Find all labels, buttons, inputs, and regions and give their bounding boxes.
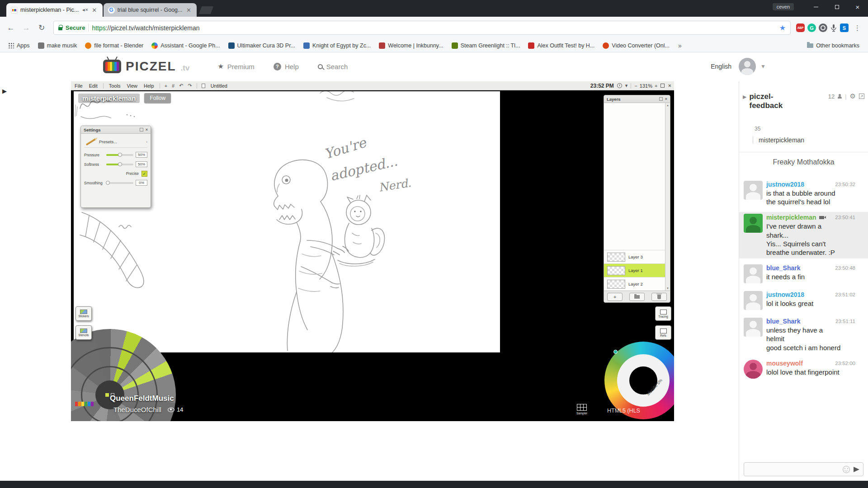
- precise-checkbox[interactable]: ✓: [142, 171, 147, 177]
- nav-help[interactable]: ? Help: [274, 63, 299, 70]
- bookmarks-overflow-chevron[interactable]: »: [675, 42, 685, 49]
- bookmark-item[interactable]: Alex Outfit Test! by H...: [525, 42, 598, 49]
- tracing-tool[interactable]: Tracing: [655, 306, 671, 321]
- stencils-tool[interactable]: Stencils: [75, 325, 92, 340]
- chat-message-input[interactable]: [748, 466, 839, 473]
- avatar[interactable]: [744, 214, 763, 233]
- maximize-button[interactable]: [826, 0, 847, 14]
- layer-row-1-active[interactable]: Layer 1: [604, 263, 665, 277]
- delete-layer-button[interactable]: [651, 293, 667, 301]
- layer-row-2[interactable]: Layer 2: [604, 277, 665, 291]
- tab-muted-speaker-icon[interactable]: ◄✕: [81, 8, 88, 12]
- bookmark-item[interactable]: Welcome | Inkbunny...: [376, 42, 446, 49]
- follow-button[interactable]: Follow: [144, 93, 171, 103]
- minimize-button[interactable]: [806, 0, 826, 14]
- avatar[interactable]: [744, 181, 763, 200]
- add-layer-button[interactable]: +: [607, 293, 623, 301]
- tab-piczel[interactable]: misterpickleman - Pic... ◄✕ ✕: [6, 3, 103, 17]
- layers-titlebar[interactable]: Layers ×: [604, 95, 670, 103]
- bookmark-star-icon[interactable]: ★: [779, 23, 786, 32]
- chat-message: justnow2018 23:51:02 lol it looks great: [739, 289, 868, 312]
- avatar[interactable]: [744, 318, 763, 337]
- chevron-down-icon[interactable]: ▼: [760, 63, 766, 70]
- tab-close-icon[interactable]: ✕: [185, 7, 192, 14]
- layers-scrollbar[interactable]: ▲▼: [665, 103, 670, 291]
- sampler-tool[interactable]: Sampler: [576, 404, 587, 415]
- menu-edit: Edit: [88, 83, 99, 89]
- url-text[interactable]: https://piczel.tv/watch/misterpickleman: [92, 24, 776, 32]
- bookmark-item[interactable]: file format - Blender: [82, 42, 146, 49]
- chat-username[interactable]: justnow2018: [766, 291, 804, 298]
- extension-icon-gray[interactable]: [819, 23, 827, 32]
- layer-row-3[interactable]: Layer 3: [604, 250, 665, 263]
- softness-value[interactable]: 50%: [136, 161, 147, 167]
- stickers-tool[interactable]: Stickers: [75, 306, 92, 321]
- user-avatar[interactable]: [739, 58, 756, 75]
- chat-settings-gear-icon[interactable]: ⚙: [850, 92, 856, 100]
- stencils-icon: [80, 328, 87, 333]
- chat-username[interactable]: misterpickleman: [766, 214, 816, 221]
- chat-popout-icon[interactable]: ↗: [859, 94, 864, 99]
- stream-player[interactable]: File Edit Tools View Help + # ↶ ↷ Untitl…: [71, 81, 674, 421]
- emoji-icon[interactable]: [843, 466, 850, 473]
- panel-close-icon[interactable]: ×: [665, 97, 667, 101]
- settings-titlebar[interactable]: Settings ×: [81, 126, 151, 134]
- caret-down-icon: ▾: [625, 83, 628, 89]
- avatar[interactable]: [744, 291, 763, 310]
- chat-channel-subitem[interactable]: misterpickleman: [753, 136, 804, 144]
- piczel-logo[interactable]: PICZEL .tv: [103, 59, 189, 74]
- chat-username[interactable]: blue_Shark: [766, 318, 800, 325]
- send-icon[interactable]: [854, 467, 859, 472]
- bookmark-item[interactable]: Steam Greenlight :: Tl...: [448, 42, 524, 49]
- avatar[interactable]: [744, 264, 763, 283]
- panel-menu-icon[interactable]: [659, 97, 663, 101]
- color-wheel-marker[interactable]: [613, 350, 618, 354]
- forward-button[interactable]: →: [20, 22, 33, 34]
- chat-username[interactable]: blue_Shark: [766, 264, 800, 272]
- avatar[interactable]: [744, 360, 763, 379]
- nav-premium[interactable]: ★ Premium: [217, 62, 254, 70]
- address-bar[interactable]: Secure https://piczel.tv/watch/misterpic…: [53, 21, 791, 35]
- language-selector[interactable]: English: [711, 63, 731, 70]
- chrome-profile-badge[interactable]: ceven: [773, 3, 794, 10]
- panel-menu-icon[interactable]: [140, 128, 143, 131]
- nav-search[interactable]: Search: [318, 63, 348, 70]
- new-tab-button[interactable]: [199, 6, 213, 14]
- tab-google-search[interactable]: G trial blue squirrel - Goog... ✕: [104, 3, 197, 17]
- chat-collapse-icon[interactable]: ▶: [743, 94, 746, 110]
- softness-slider[interactable]: [106, 164, 133, 165]
- microphone-icon[interactable]: [830, 24, 837, 32]
- adblock-extension-icon[interactable]: ABP: [796, 23, 805, 32]
- bookmarks-bar: Apps make musik file format - Blender As…: [0, 39, 868, 52]
- back-button[interactable]: ←: [5, 22, 17, 34]
- bookmark-item[interactable]: Knight of Egypt by Zc...: [300, 42, 374, 49]
- bookmark-item[interactable]: Ultimaker Cura 3D Pr...: [225, 42, 299, 49]
- refs-tool[interactable]: Refs: [655, 325, 671, 340]
- bookmark-item[interactable]: Assistant - Google Ph...: [148, 42, 223, 49]
- other-bookmarks[interactable]: Other bookmarks: [804, 42, 863, 49]
- bookmark-item[interactable]: Video Converter (Onl...: [599, 42, 673, 49]
- bookmark-item[interactable]: make musik: [35, 42, 80, 49]
- pressure-value[interactable]: 50%: [136, 152, 147, 158]
- grammarly-extension-icon[interactable]: G: [807, 23, 816, 32]
- smoothing-slider[interactable]: [106, 182, 133, 184]
- zoom-in-icon: +: [655, 83, 657, 89]
- close-button[interactable]: ×: [847, 0, 868, 14]
- site-header: PICZEL .tv ★ Premium ? Help Search Engli…: [0, 52, 868, 80]
- reload-button[interactable]: ↻: [35, 22, 48, 34]
- tab-close-icon[interactable]: ✕: [91, 7, 98, 14]
- panel-close-icon[interactable]: ×: [146, 127, 148, 132]
- chat-channel-name: piczel-feedback: [749, 92, 800, 110]
- layer-folder-button[interactable]: [629, 293, 645, 301]
- browser-menu-icon[interactable]: ⋮: [851, 24, 863, 32]
- chat-username[interactable]: justnow2018: [766, 181, 804, 188]
- smoothing-value[interactable]: 0%: [136, 180, 147, 186]
- chat-input-box[interactable]: [744, 462, 863, 476]
- chat-username[interactable]: mouseywolf: [766, 360, 803, 367]
- pressure-slider[interactable]: [106, 154, 133, 156]
- skype-extension-icon[interactable]: S: [840, 23, 849, 32]
- sidebar-expand-icon[interactable]: ▶: [2, 88, 7, 94]
- apps-shortcut[interactable]: Apps: [5, 42, 33, 49]
- popout-icon[interactable]: ↗: [175, 95, 181, 101]
- presets-row[interactable]: Presets... ›: [84, 136, 147, 148]
